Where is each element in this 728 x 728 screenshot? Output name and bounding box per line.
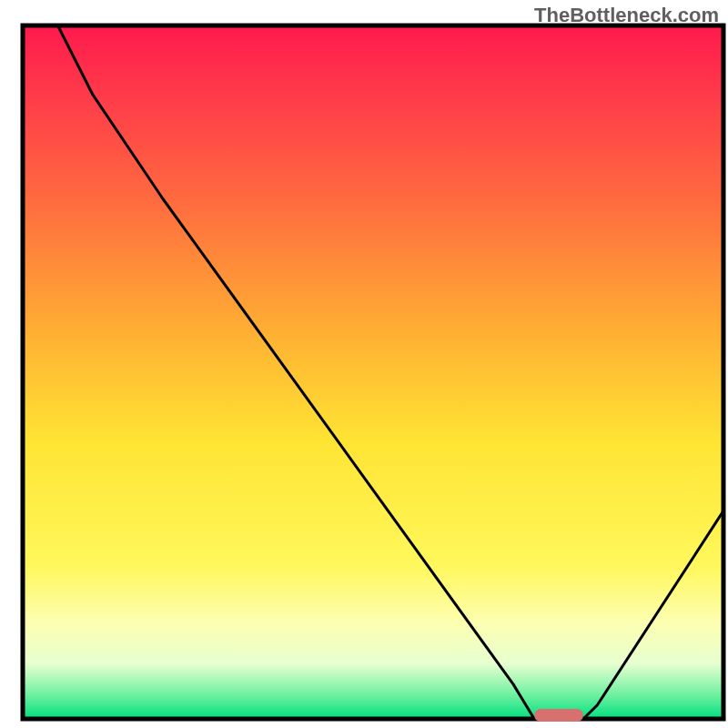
- chart-container: TheBottleneck.com: [0, 0, 728, 728]
- attribution-label: TheBottleneck.com: [534, 4, 719, 27]
- gradient-background: [23, 25, 723, 719]
- bottleneck-chart: [0, 0, 728, 728]
- optimal-range-marker: [534, 709, 583, 722]
